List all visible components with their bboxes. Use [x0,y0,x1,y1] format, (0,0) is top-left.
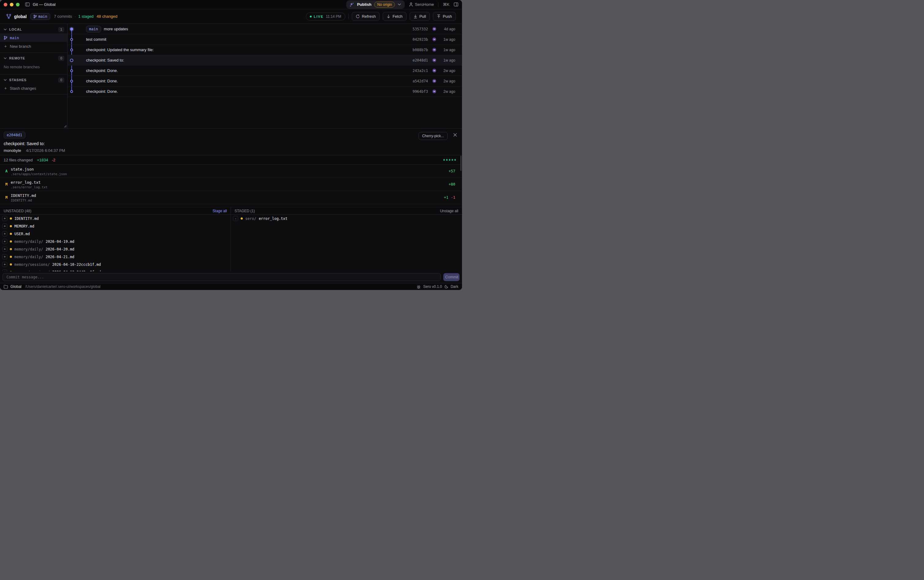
refresh-button[interactable]: Refresh [352,12,380,21]
app-version: Sero v0.1.0 [423,285,442,289]
push-button[interactable]: Push [433,12,456,21]
local-label: LOCAL [9,28,22,31]
bug-icon[interactable] [417,285,421,289]
no-remote-note: No remote branches [0,62,67,72]
stage-file-button[interactable]: + [2,231,7,236]
diff-stats-row: 12 files changed +1834 -2 [0,155,462,165]
local-section-header[interactable]: LOCAL 1 [0,25,67,33]
commit-message-input[interactable] [2,273,441,281]
file-dir-prefix: memory/daily/ [15,255,43,259]
branches-sidebar: LOCAL 1 main + New branch REMOTE [0,24,67,128]
publish-button[interactable]: Publish No origin [346,0,405,9]
commit-button[interactable]: Commit [443,273,460,281]
live-dot [310,16,312,18]
file-row[interactable]: M IDENTITY.md IDENTITY.md +1 -1 [0,191,462,204]
staged-row[interactable]: - sero/ error_log.txt [231,215,462,222]
commit-time: 4d ago [441,27,455,31]
file-name: 2026-04-21.md [46,255,74,259]
commit-row[interactable]: checkpoint: Saved to: e2048d1 M 1w ago [67,55,462,66]
unstage-file-button[interactable]: - [233,216,238,221]
pull-button[interactable]: Pull [409,12,430,21]
files-changed-label: 12 files changed [4,158,33,162]
unstaged-row[interactable]: + memory/sessions/ 2026-04-10-0448ac0f.m… [0,268,230,271]
unstaged-row[interactable]: + MEMORY.md [0,222,230,230]
commit-message: checkpoint: Done. [86,68,118,73]
command-palette-shortcut[interactable]: ⌘K [443,2,449,7]
commit-message: checkpoint: Done. [86,89,118,94]
file-row[interactable]: M error_log.txt .sero/error_log.txt +80 [0,178,462,191]
stage-file-button[interactable]: + [2,216,7,221]
account-name: SeroHome [415,2,434,7]
stage-file-button[interactable]: + [2,239,7,244]
current-branch-badge[interactable]: main [30,13,50,20]
stage-file-button[interactable]: + [2,224,7,229]
stashes-label: STASHES [9,78,26,82]
file-additions: +1 [444,195,448,199]
status-bar: Global /Users/danielcarter/.sero-ui/work… [0,283,462,290]
theme-toggle[interactable]: Dark [450,285,458,289]
fetch-button[interactable]: Fetch [383,12,406,21]
files-scrollbar-thumb[interactable] [460,156,461,171]
unstaged-header: UNSTAGED (48) Stage all [0,207,230,215]
stage-file-button[interactable]: + [2,262,7,267]
sidebar-resize-grip[interactable] [63,124,67,128]
commit-row[interactable]: checkpoint: Done. 9964bf3 M 2w ago [67,86,462,97]
right-panel-toggle-icon[interactable] [454,2,458,7]
commit-meta: e2048d1 M 1w ago [413,58,462,63]
commit-message: checkpoint: Updated the summary file: [86,48,154,52]
account-button[interactable]: SeroHome [409,2,434,7]
commit-row[interactable]: checkpoint: Updated the summary file: b0… [67,45,462,55]
unstage-all-button[interactable]: Unstage all [440,209,458,213]
fetch-label: Fetch [393,14,403,19]
remote-section-header[interactable]: REMOTE 0 [0,54,67,62]
staged-count: 1 staged [78,14,94,19]
file-row[interactable]: A state.json .sero/apps/context/state.js… [0,165,462,178]
stash-changes-button[interactable]: + Stash changes [0,84,67,92]
plus-icon: + [4,44,7,49]
minimize-window-button[interactable] [10,3,13,7]
commit-row[interactable]: main more updates 5357332 M 4d ago [67,24,462,34]
commit-count: 7 commits [54,14,72,19]
stage-all-button[interactable]: Stage all [212,209,227,213]
file-name: error_log.txt [11,180,48,185]
unstaged-row[interactable]: + IDENTITY.md [0,215,230,222]
sidebar-toggle-icon[interactable] [25,2,30,7]
new-branch-label: New branch [10,44,31,49]
publish-label: Publish [357,2,372,7]
stashes-section-header[interactable]: STASHES 0 [0,76,67,84]
cherry-pick-button[interactable]: Cherry-pick... [419,132,447,140]
commit-row[interactable]: test commit 042923b M 1w ago [67,34,462,45]
close-icon[interactable] [453,133,457,137]
live-time: 11:14 PM [326,15,341,19]
commit-date: 4/17/2026 6:04:37 PM [26,148,65,153]
staging-area: UNSTAGED (48) Stage all + IDENTITY.md + … [0,207,462,271]
commit-message: checkpoint: Saved to: [86,58,124,63]
unstaged-row[interactable]: + USER.md [0,230,230,237]
commit-detail-panel: e2048d1 checkpoint: Saved to: monobyte 4… [0,128,462,207]
stashes-section: STASHES 0 + Stash changes [0,74,67,95]
commit-time: 2w ago [441,79,455,83]
close-window-button[interactable] [4,3,7,7]
pull-label: Pull [419,14,426,19]
branch-badge-label: main [38,15,47,19]
sidebar-item-branch-main[interactable]: main [0,33,67,42]
unstaged-row[interactable]: + memory/daily/ 2026-04-21.md [0,253,230,260]
unstaged-row[interactable]: + memory/sessions/ 2026-04-10-22cccb1f.m… [0,260,230,268]
unstaged-row[interactable]: + memory/daily/ 2026-04-20.md [0,245,230,253]
remote-section: REMOTE 0 No remote branches [0,53,67,74]
unstaged-label: UNSTAGED (48) [4,209,31,213]
file-additions: +80 [449,182,455,186]
modified-dot-icon [10,256,12,258]
commit-row[interactable]: checkpoint: Done. 243a2c1 M 2w ago [67,66,462,76]
unstaged-row[interactable]: + memory/daily/ 2026-04-19.md [0,237,230,245]
file-dir-prefix: memory/daily/ [15,239,43,244]
commit-author: monobyte [4,148,21,153]
titlebar: Git — Global Publish No origin SeroHome … [0,0,462,9]
new-branch-button[interactable]: + New branch [0,42,67,51]
stage-file-button[interactable]: + [2,254,7,259]
zoom-window-button[interactable] [16,3,20,7]
stage-file-button[interactable]: + [2,247,7,252]
chevron-down-icon [4,57,7,59]
titlebar-divider [438,2,439,7]
commit-row[interactable]: checkpoint: Done. a542d74 M 2w ago [67,76,462,86]
